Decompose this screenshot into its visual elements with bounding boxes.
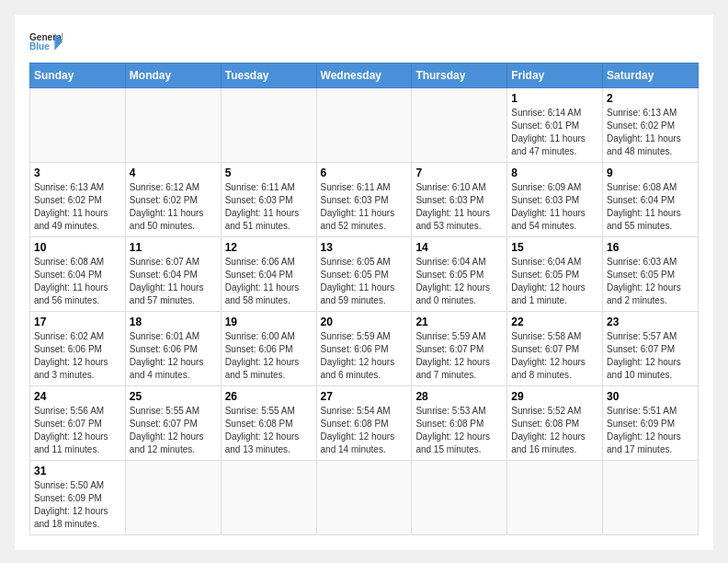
calendar-day-cell: [125, 88, 221, 163]
calendar-day-cell: 14Sunrise: 6:04 AM Sunset: 6:05 PM Dayli…: [412, 237, 507, 312]
day-number: 2: [607, 92, 694, 105]
calendar-week-row: 17Sunrise: 6:02 AM Sunset: 6:06 PM Dayli…: [30, 312, 699, 386]
calendar-table: SundayMondayTuesdayWednesdayThursdayFrid…: [29, 63, 699, 535]
day-number: 18: [130, 316, 217, 328]
day-info: Sunrise: 5:54 AM Sunset: 6:08 PM Dayligh…: [321, 405, 408, 456]
day-number: 7: [415, 167, 503, 179]
calendar-day-cell: 18Sunrise: 6:01 AM Sunset: 6:06 PM Dayli…: [125, 312, 221, 386]
day-info: Sunrise: 5:55 AM Sunset: 6:08 PM Dayligh…: [225, 405, 313, 456]
day-info: Sunrise: 6:02 AM Sunset: 6:06 PM Dayligh…: [34, 330, 121, 382]
calendar-day-cell: 21Sunrise: 5:59 AM Sunset: 6:07 PM Dayli…: [412, 312, 507, 386]
day-info: Sunrise: 5:59 AM Sunset: 6:06 PM Dayligh…: [321, 330, 408, 382]
calendar-day-cell: [316, 88, 412, 163]
day-info: Sunrise: 5:52 AM Sunset: 6:08 PM Dayligh…: [511, 405, 598, 456]
calendar-day-cell: 31Sunrise: 5:50 AM Sunset: 6:09 PM Dayli…: [30, 461, 126, 535]
weekday-header-row: SundayMondayTuesdayWednesdayThursdayFrid…: [30, 63, 699, 88]
day-info: Sunrise: 6:04 AM Sunset: 6:05 PM Dayligh…: [511, 256, 598, 307]
day-number: 17: [34, 316, 121, 328]
day-info: Sunrise: 6:00 AM Sunset: 6:06 PM Dayligh…: [225, 330, 313, 382]
day-number: 15: [511, 241, 598, 254]
day-info: Sunrise: 6:07 AM Sunset: 6:04 PM Dayligh…: [130, 256, 217, 307]
calendar-week-row: 3Sunrise: 6:13 AM Sunset: 6:02 PM Daylig…: [30, 163, 699, 237]
day-info: Sunrise: 6:12 AM Sunset: 6:02 PM Dayligh…: [130, 181, 217, 233]
day-info: Sunrise: 6:11 AM Sunset: 6:03 PM Dayligh…: [225, 181, 313, 233]
day-info: Sunrise: 5:56 AM Sunset: 6:07 PM Dayligh…: [34, 405, 121, 456]
calendar-day-cell: 9Sunrise: 6:08 AM Sunset: 6:04 PM Daylig…: [603, 163, 699, 237]
header: General Blue: [29, 29, 699, 55]
day-info: Sunrise: 6:05 AM Sunset: 6:05 PM Dayligh…: [321, 256, 408, 307]
day-number: 10: [34, 241, 121, 254]
weekday-header-tuesday: Tuesday: [221, 63, 316, 88]
day-info: Sunrise: 5:53 AM Sunset: 6:08 PM Dayligh…: [415, 405, 503, 456]
calendar-day-cell: 26Sunrise: 5:55 AM Sunset: 6:08 PM Dayli…: [221, 386, 316, 461]
calendar-day-cell: 24Sunrise: 5:56 AM Sunset: 6:07 PM Dayli…: [30, 386, 126, 461]
calendar-day-cell: [507, 461, 603, 535]
calendar-day-cell: 4Sunrise: 6:12 AM Sunset: 6:02 PM Daylig…: [125, 163, 221, 237]
day-number: 6: [321, 167, 408, 179]
day-info: Sunrise: 6:09 AM Sunset: 6:03 PM Dayligh…: [511, 181, 598, 233]
calendar-day-cell: 16Sunrise: 6:03 AM Sunset: 6:05 PM Dayli…: [603, 237, 699, 312]
calendar-week-row: 31Sunrise: 5:50 AM Sunset: 6:09 PM Dayli…: [30, 461, 699, 535]
calendar-day-cell: 28Sunrise: 5:53 AM Sunset: 6:08 PM Dayli…: [412, 386, 507, 461]
day-number: 30: [607, 390, 694, 403]
day-info: Sunrise: 6:04 AM Sunset: 6:05 PM Dayligh…: [415, 256, 503, 307]
day-info: Sunrise: 5:50 AM Sunset: 6:09 PM Dayligh…: [34, 479, 121, 531]
day-info: Sunrise: 5:59 AM Sunset: 6:07 PM Dayligh…: [415, 330, 503, 382]
calendar-day-cell: [125, 461, 221, 535]
calendar-day-cell: [603, 461, 699, 535]
day-number: 19: [225, 316, 313, 328]
calendar-day-cell: 2Sunrise: 6:13 AM Sunset: 6:02 PM Daylig…: [603, 88, 699, 163]
logo: General Blue: [29, 29, 63, 55]
calendar-day-cell: 11Sunrise: 6:07 AM Sunset: 6:04 PM Dayli…: [125, 237, 221, 312]
calendar-day-cell: 29Sunrise: 5:52 AM Sunset: 6:08 PM Dayli…: [507, 386, 603, 461]
day-number: 25: [130, 390, 217, 403]
weekday-header-thursday: Thursday: [412, 63, 507, 88]
calendar-day-cell: [412, 461, 507, 535]
day-number: 29: [511, 390, 598, 403]
calendar-day-cell: 30Sunrise: 5:51 AM Sunset: 6:09 PM Dayli…: [603, 386, 699, 461]
day-info: Sunrise: 6:11 AM Sunset: 6:03 PM Dayligh…: [321, 181, 408, 233]
weekday-header-saturday: Saturday: [603, 63, 699, 88]
calendar-day-cell: [221, 461, 316, 535]
weekday-header-friday: Friday: [507, 63, 603, 88]
day-info: Sunrise: 6:13 AM Sunset: 6:02 PM Dayligh…: [34, 181, 121, 233]
calendar-day-cell: 1Sunrise: 6:14 AM Sunset: 6:01 PM Daylig…: [507, 88, 603, 163]
day-number: 28: [415, 390, 503, 403]
calendar-day-cell: 22Sunrise: 5:58 AM Sunset: 6:07 PM Dayli…: [507, 312, 603, 386]
day-number: 23: [607, 316, 694, 328]
day-number: 5: [225, 167, 313, 179]
day-number: 1: [511, 92, 598, 105]
day-info: Sunrise: 6:13 AM Sunset: 6:02 PM Dayligh…: [607, 107, 694, 158]
day-info: Sunrise: 6:03 AM Sunset: 6:05 PM Dayligh…: [607, 256, 694, 307]
day-info: Sunrise: 6:14 AM Sunset: 6:01 PM Dayligh…: [511, 107, 598, 158]
day-number: 26: [225, 390, 313, 403]
day-number: 3: [34, 167, 121, 179]
day-number: 8: [511, 167, 598, 179]
calendar-day-cell: [30, 88, 126, 163]
day-number: 31: [34, 465, 121, 477]
day-number: 16: [607, 241, 694, 254]
calendar-day-cell: 27Sunrise: 5:54 AM Sunset: 6:08 PM Dayli…: [316, 386, 412, 461]
weekday-header-wednesday: Wednesday: [316, 63, 412, 88]
calendar-day-cell: 12Sunrise: 6:06 AM Sunset: 6:04 PM Dayli…: [221, 237, 316, 312]
calendar-week-row: 10Sunrise: 6:08 AM Sunset: 6:04 PM Dayli…: [30, 237, 699, 312]
calendar-day-cell: 10Sunrise: 6:08 AM Sunset: 6:04 PM Dayli…: [30, 237, 126, 312]
day-info: Sunrise: 5:57 AM Sunset: 6:07 PM Dayligh…: [607, 330, 694, 382]
day-number: 14: [415, 241, 503, 254]
calendar-day-cell: 20Sunrise: 5:59 AM Sunset: 6:06 PM Dayli…: [316, 312, 412, 386]
day-number: 9: [607, 167, 694, 179]
day-info: Sunrise: 6:08 AM Sunset: 6:04 PM Dayligh…: [607, 181, 694, 233]
calendar-page: General Blue SundayMondayTuesdayWednesda…: [15, 15, 713, 550]
calendar-day-cell: 5Sunrise: 6:11 AM Sunset: 6:03 PM Daylig…: [221, 163, 316, 237]
calendar-day-cell: [412, 88, 507, 163]
day-number: 13: [321, 241, 408, 254]
day-number: 21: [415, 316, 503, 328]
calendar-day-cell: 13Sunrise: 6:05 AM Sunset: 6:05 PM Dayli…: [316, 237, 412, 312]
calendar-day-cell: [316, 461, 412, 535]
day-number: 24: [34, 390, 121, 403]
day-info: Sunrise: 6:01 AM Sunset: 6:06 PM Dayligh…: [130, 330, 217, 382]
day-info: Sunrise: 5:51 AM Sunset: 6:09 PM Dayligh…: [607, 405, 694, 456]
day-info: Sunrise: 5:55 AM Sunset: 6:07 PM Dayligh…: [130, 405, 217, 456]
day-info: Sunrise: 6:10 AM Sunset: 6:03 PM Dayligh…: [415, 181, 503, 233]
calendar-day-cell: 3Sunrise: 6:13 AM Sunset: 6:02 PM Daylig…: [30, 163, 126, 237]
